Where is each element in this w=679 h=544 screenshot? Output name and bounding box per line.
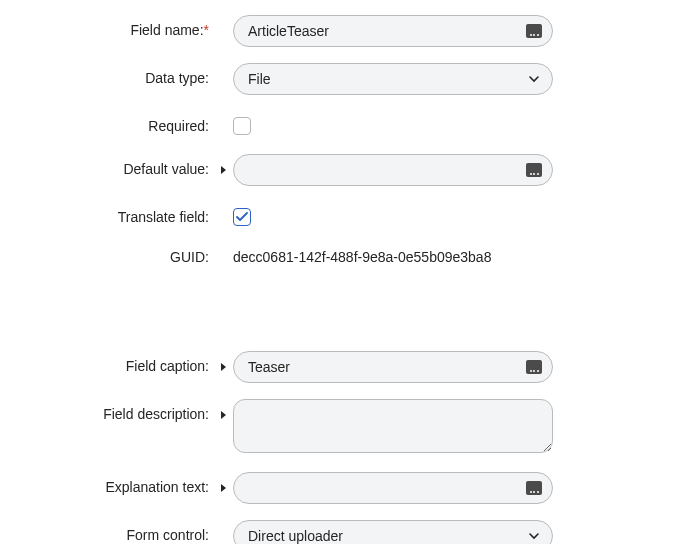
- field-name-input[interactable]: [233, 15, 553, 47]
- ellipsis-icon[interactable]: [526, 360, 542, 374]
- expand-icon[interactable]: [220, 362, 228, 372]
- explanation-text-input[interactable]: [233, 472, 553, 504]
- explanation-text-label: Explanation text:: [105, 479, 209, 495]
- expand-icon[interactable]: [220, 483, 228, 493]
- default-value-label: Default value:: [123, 161, 209, 177]
- form-control-label: Form control:: [127, 527, 209, 543]
- field-caption-label: Field caption:: [126, 358, 209, 374]
- ellipsis-icon[interactable]: [526, 481, 542, 495]
- field-description-label: Field description:: [103, 406, 209, 422]
- translate-field-checkbox[interactable]: [233, 208, 251, 226]
- ellipsis-icon[interactable]: [526, 163, 542, 177]
- guid-value: decc0681-142f-488f-9e8a-0e55b09e3ba8: [233, 249, 491, 265]
- default-value-input[interactable]: [233, 154, 553, 186]
- field-caption-input[interactable]: [233, 351, 553, 383]
- field-description-textarea[interactable]: [233, 399, 553, 453]
- required-label: Required:: [148, 118, 209, 134]
- required-marker: *: [204, 22, 209, 38]
- required-checkbox[interactable]: [233, 117, 251, 135]
- expand-icon[interactable]: [220, 410, 228, 420]
- ellipsis-icon[interactable]: [526, 24, 542, 38]
- field-name-label: Field name:: [130, 22, 203, 38]
- translate-field-label: Translate field:: [118, 209, 209, 225]
- guid-label: GUID:: [170, 249, 209, 265]
- expand-icon[interactable]: [220, 165, 228, 175]
- data-type-label: Data type:: [145, 70, 209, 86]
- form-control-select[interactable]: Direct uploader: [233, 520, 553, 544]
- data-type-select[interactable]: File: [233, 63, 553, 95]
